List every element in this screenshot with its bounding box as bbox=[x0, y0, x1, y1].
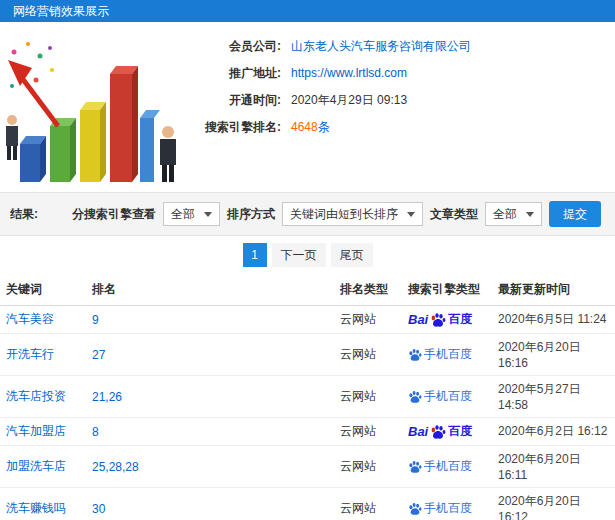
engine-type-cell: 手机百度 bbox=[402, 488, 492, 520]
rank-type-value: 云网站 bbox=[334, 306, 402, 334]
member-info-section: 会员公司: 山东老人头汽车服务咨询有限公司 推广地址: https://www.… bbox=[0, 22, 615, 192]
engine-type-cell: Bai百度 bbox=[402, 306, 492, 334]
page-title: 网络营销效果展示 bbox=[13, 4, 109, 18]
table-row: 汽车美容9云网站Bai百度2020年6月5日 11:24 bbox=[0, 306, 615, 334]
rank-count-label: 搜索引擎排名: bbox=[185, 119, 281, 136]
filter-bar: 结果: 分搜索引擎查看 全部 排序方式 关键词由短到长排序 文章类型 全部 提交 bbox=[0, 192, 615, 236]
updated-time-value: 2020年6月20日 16:11 bbox=[492, 446, 615, 488]
rank-value: 30 bbox=[86, 488, 334, 520]
baidu-paw-icon bbox=[430, 312, 446, 328]
baidu-paw-icon bbox=[408, 348, 422, 362]
open-time-label: 开通时间: bbox=[185, 92, 281, 109]
keyword-link[interactable]: 加盟洗车店 bbox=[0, 446, 86, 488]
info-row-rank-count: 搜索引擎排名: 4648条 bbox=[185, 119, 615, 136]
open-time-value: 2020年4月29日 09:13 bbox=[291, 92, 407, 109]
keyword-link[interactable]: 洗车店投资 bbox=[0, 376, 86, 418]
engine-select-value: 全部 bbox=[171, 206, 195, 223]
info-row-url: 推广地址: https://www.lrtlsd.com bbox=[185, 65, 615, 82]
keyword-link[interactable]: 汽车美容 bbox=[0, 306, 86, 334]
rank-type-value: 云网站 bbox=[334, 488, 402, 520]
baidu-logo-cn: 百度 bbox=[448, 311, 472, 328]
info-row-open-time: 开通时间: 2020年4月29日 09:13 bbox=[185, 92, 615, 109]
updated-time-value: 2020年5月27日 14:58 bbox=[492, 376, 615, 418]
chevron-down-icon bbox=[204, 212, 212, 217]
sort-filter-label: 排序方式 bbox=[227, 206, 275, 223]
rank-count-unit: 条 bbox=[318, 120, 330, 134]
mobile-baidu-logo: 手机百度 bbox=[408, 500, 486, 517]
article-type-label: 文章类型 bbox=[430, 206, 478, 223]
rank-count-value: 4648条 bbox=[291, 119, 330, 136]
results-table-body: 汽车美容9云网站Bai百度2020年6月5日 11:24开洗车行27云网站手机百… bbox=[0, 306, 615, 520]
page-button-1[interactable]: 1 bbox=[243, 243, 267, 267]
table-row: 洗车店投资21,26云网站手机百度2020年5月27日 14:58 bbox=[0, 376, 615, 418]
mobile-baidu-label: 手机百度 bbox=[424, 388, 472, 405]
updated-time-value: 2020年6月20日 16:12 bbox=[492, 488, 615, 520]
sort-select-value: 关键词由短到长排序 bbox=[290, 206, 398, 223]
table-row: 汽车加盟店8云网站Bai百度2020年6月2日 16:12 bbox=[0, 418, 615, 446]
table-row: 加盟洗车店25,28,28云网站手机百度2020年6月20日 16:11 bbox=[0, 446, 615, 488]
result-section-label: 结果: bbox=[10, 206, 38, 223]
table-row: 开洗车行27云网站手机百度2020年6月20日 16:16 bbox=[0, 334, 615, 376]
updated-time-value: 2020年6月20日 16:16 bbox=[492, 334, 615, 376]
rank-type-value: 云网站 bbox=[334, 446, 402, 488]
col-rank: 排名 bbox=[86, 274, 334, 306]
col-engine-type: 搜索引擎类型 bbox=[402, 274, 492, 306]
title-bar: 网络营销效果展示 bbox=[0, 0, 615, 22]
rank-value: 27 bbox=[86, 334, 334, 376]
company-link[interactable]: 山东老人头汽车服务咨询有限公司 bbox=[291, 38, 471, 55]
article-type-select[interactable]: 全部 bbox=[485, 202, 542, 226]
table-header-row: 关键词 排名 排名类型 搜索引擎类型 最新更新时间 bbox=[0, 274, 615, 306]
updated-time-value: 2020年6月2日 16:12 bbox=[492, 418, 615, 446]
last-page-link[interactable]: 尾页 bbox=[331, 243, 373, 267]
chevron-down-icon bbox=[407, 212, 415, 217]
mobile-baidu-label: 手机百度 bbox=[424, 458, 472, 475]
baidu-logo-text: Bai bbox=[408, 424, 428, 439]
rank-type-value: 云网站 bbox=[334, 418, 402, 446]
col-updated-time: 最新更新时间 bbox=[492, 274, 615, 306]
rank-type-value: 云网站 bbox=[334, 376, 402, 418]
promo-url-link[interactable]: https://www.lrtlsd.com bbox=[291, 65, 407, 82]
rank-type-value: 云网站 bbox=[334, 334, 402, 376]
sort-select[interactable]: 关键词由短到长排序 bbox=[282, 202, 423, 226]
keyword-link[interactable]: 汽车加盟店 bbox=[0, 418, 86, 446]
table-row: 洗车赚钱吗30云网站手机百度2020年6月20日 16:12 bbox=[0, 488, 615, 520]
keyword-link[interactable]: 开洗车行 bbox=[0, 334, 86, 376]
col-rank-type: 排名类型 bbox=[334, 274, 402, 306]
keyword-link[interactable]: 洗车赚钱吗 bbox=[0, 488, 86, 520]
baidu-paw-icon bbox=[408, 390, 422, 404]
engine-filter-label: 分搜索引擎查看 bbox=[72, 206, 156, 223]
engine-select[interactable]: 全部 bbox=[163, 202, 220, 226]
baidu-logo: Bai百度 bbox=[408, 311, 486, 328]
engine-type-cell: 手机百度 bbox=[402, 376, 492, 418]
baidu-paw-icon bbox=[430, 424, 446, 440]
bar-chart-graphic bbox=[0, 22, 185, 192]
submit-button[interactable]: 提交 bbox=[549, 201, 601, 227]
chevron-down-icon bbox=[526, 212, 534, 217]
promo-url-label: 推广地址: bbox=[185, 65, 281, 82]
baidu-logo-cn: 百度 bbox=[448, 423, 472, 440]
mobile-baidu-label: 手机百度 bbox=[424, 346, 472, 363]
next-page-link[interactable]: 下一页 bbox=[272, 243, 326, 267]
mobile-baidu-logo: 手机百度 bbox=[408, 346, 486, 363]
member-info-list: 会员公司: 山东老人头汽车服务咨询有限公司 推广地址: https://www.… bbox=[185, 22, 615, 192]
rank-count-number: 4648 bbox=[291, 120, 318, 134]
rank-value: 9 bbox=[86, 306, 334, 334]
baidu-logo: Bai百度 bbox=[408, 423, 486, 440]
company-label: 会员公司: bbox=[185, 38, 281, 55]
results-table: 关键词 排名 排名类型 搜索引擎类型 最新更新时间 汽车美容9云网站Bai百度2… bbox=[0, 274, 615, 520]
col-keyword: 关键词 bbox=[0, 274, 86, 306]
rank-value: 25,28,28 bbox=[86, 446, 334, 488]
baidu-paw-icon bbox=[408, 460, 422, 474]
article-type-select-value: 全部 bbox=[493, 206, 517, 223]
bar-chart-illustration bbox=[0, 22, 185, 192]
filter-controls: 分搜索引擎查看 全部 排序方式 关键词由短到长排序 文章类型 全部 提交 bbox=[72, 201, 605, 227]
rank-value: 21,26 bbox=[86, 376, 334, 418]
engine-type-cell: 手机百度 bbox=[402, 334, 492, 376]
pagination: 1 下一页 尾页 bbox=[0, 236, 615, 274]
mobile-baidu-label: 手机百度 bbox=[424, 500, 472, 517]
baidu-logo-text: Bai bbox=[408, 312, 428, 327]
updated-time-value: 2020年6月5日 11:24 bbox=[492, 306, 615, 334]
info-row-company: 会员公司: 山东老人头汽车服务咨询有限公司 bbox=[185, 38, 615, 55]
rank-value: 8 bbox=[86, 418, 334, 446]
engine-type-cell: 手机百度 bbox=[402, 446, 492, 488]
